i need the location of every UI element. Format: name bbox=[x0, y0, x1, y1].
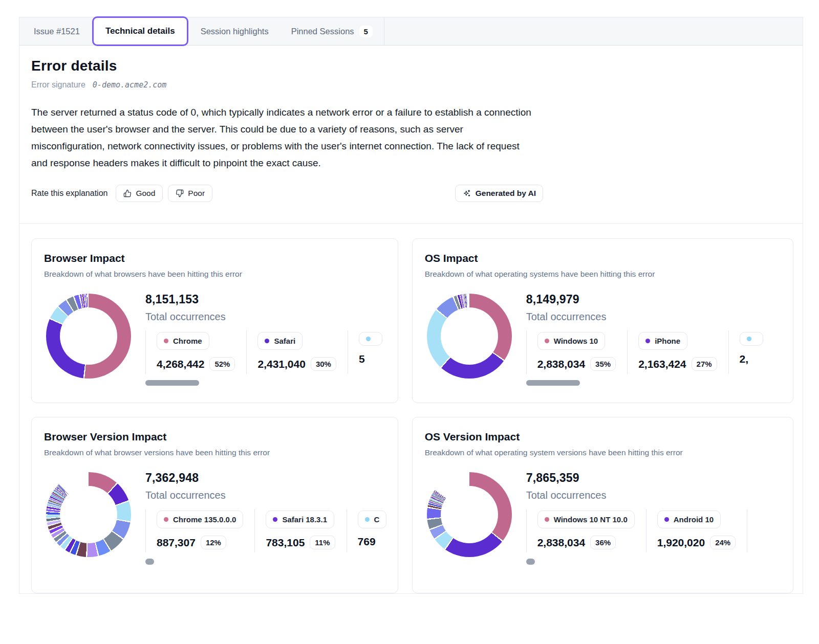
stat-value: 2,163,424 bbox=[638, 358, 686, 370]
card-title: OS Impact bbox=[425, 252, 793, 264]
stat-percentage-badge: 12% bbox=[201, 536, 226, 549]
total-occurrences-value: 7,865,359 bbox=[526, 471, 793, 485]
tab-label: Pinned Sessions bbox=[291, 27, 354, 36]
stat-percentage-badge: 24% bbox=[710, 536, 736, 549]
stat-item: iPhone 2,163,424 27% bbox=[627, 330, 728, 374]
sparkles-icon bbox=[462, 189, 471, 198]
stat-value: 2,838,034 bbox=[537, 358, 585, 370]
legend-chip: Safari 18.3.1 bbox=[266, 510, 334, 528]
browser-version-impact-card: Browser Version Impact Breakdown of what… bbox=[31, 417, 398, 593]
stat-item: 5 bbox=[348, 330, 398, 374]
impact-cards-grid: Browser Impact Breakdown of what browser… bbox=[19, 224, 803, 593]
stat-percentage-badge: 52% bbox=[209, 357, 235, 371]
content-panel: Error details Error signature 0-demo.acm… bbox=[19, 46, 803, 594]
tab-issue[interactable]: Issue #1521 bbox=[23, 17, 91, 45]
error-signature-value: 0-demo.acme2.com bbox=[93, 80, 167, 90]
stat-percentage-badge: 30% bbox=[311, 357, 336, 371]
tab-label: Session highlights bbox=[201, 27, 269, 36]
legend-label: Chrome bbox=[173, 337, 202, 345]
legend-dot-icon bbox=[545, 339, 549, 343]
error-signature-row: Error signature 0-demo.acme2.com bbox=[31, 80, 790, 90]
horizontal-scrollbar-thumb[interactable] bbox=[526, 559, 535, 565]
stat-item: Windows 10 NT 10.0 2,838,034 36% bbox=[526, 509, 646, 552]
stat-percentage-badge: 35% bbox=[590, 357, 616, 371]
legend-chip bbox=[359, 332, 382, 346]
legend-label: Windows 10 bbox=[554, 337, 598, 345]
os-impact-card: OS Impact Breakdown of what operating sy… bbox=[412, 238, 793, 403]
stat-value: 887,307 bbox=[157, 537, 196, 549]
legend-label: Windows 10 NT 10.0 bbox=[554, 515, 628, 524]
legend-chip: Windows 10 bbox=[537, 332, 606, 350]
total-occurrences-value: 8,149,979 bbox=[526, 293, 793, 306]
stats-column: 7,865,359 Total occurrences Windows 10 N… bbox=[526, 471, 793, 565]
stat-percentage-badge: 27% bbox=[692, 357, 717, 371]
legend-dot-icon bbox=[366, 337, 371, 341]
error-explanation-text: The server returned a status code of 0, … bbox=[31, 104, 533, 171]
legend-label: Safari 18.3.1 bbox=[282, 515, 327, 524]
legend-dot-icon bbox=[664, 517, 669, 522]
card-title: OS Version Impact bbox=[425, 431, 793, 443]
tab-pinned-sessions[interactable]: Pinned Sessions 5 bbox=[280, 17, 384, 45]
stats-row: Chrome 135.0.0.0 887,307 12% Safari 18.3… bbox=[145, 509, 398, 552]
card-subtitle: Breakdown of what browser versions have … bbox=[44, 448, 398, 457]
stat-item: C 769 bbox=[347, 509, 398, 552]
card-title: Browser Impact bbox=[44, 252, 398, 264]
stat-item: Android 10 1,920,020 24% bbox=[646, 509, 747, 552]
stat-percentage-badge: 11% bbox=[310, 536, 335, 549]
donut-chart[interactable] bbox=[427, 294, 512, 379]
thumbs-up-icon bbox=[123, 189, 132, 197]
legend-dot-icon bbox=[265, 339, 269, 343]
error-details-section: Error details Error signature 0-demo.acm… bbox=[19, 46, 803, 223]
generated-by-ai-badge: Generated by AI bbox=[455, 185, 543, 202]
legend-dot-icon bbox=[273, 517, 277, 522]
rate-good-button[interactable]: Good bbox=[116, 185, 163, 202]
tab-technical-details[interactable]: Technical details bbox=[92, 16, 188, 46]
horizontal-scrollbar-thumb[interactable] bbox=[526, 380, 580, 386]
card-subtitle: Breakdown of what operating system versi… bbox=[425, 448, 793, 457]
donut-chart[interactable] bbox=[427, 472, 512, 557]
total-occurrences-value: 7,362,948 bbox=[145, 471, 398, 485]
legend-dot-icon bbox=[164, 517, 168, 522]
stats-column: 8,151,153 Total occurrences Chrome 4,268… bbox=[145, 293, 398, 386]
total-occurrences-label: Total occurrences bbox=[145, 490, 398, 501]
donut-chart[interactable] bbox=[46, 472, 131, 557]
tab-session-highlights[interactable]: Session highlights bbox=[189, 17, 280, 45]
horizontal-scrollbar-thumb[interactable] bbox=[145, 559, 154, 565]
legend-chip: Safari bbox=[257, 332, 303, 350]
stat-item: Windows 10 2,838,034 35% bbox=[526, 330, 627, 374]
stat-item bbox=[747, 509, 793, 552]
tab-label: Issue #1521 bbox=[34, 27, 80, 36]
legend-dot-icon bbox=[645, 339, 650, 343]
tab-bar: Issue #1521 Technical details Session hi… bbox=[19, 17, 803, 46]
stats-row: Windows 10 NT 10.0 2,838,034 36% Android… bbox=[526, 509, 793, 552]
stat-value: 783,105 bbox=[266, 537, 305, 549]
stats-column: 7,362,948 Total occurrences Chrome 135.0… bbox=[145, 471, 398, 565]
legend-label: C bbox=[374, 515, 380, 524]
rate-poor-label: Poor bbox=[188, 189, 205, 198]
legend-label: Safari bbox=[274, 337, 295, 345]
stat-item: 2, bbox=[728, 330, 793, 374]
horizontal-scrollbar-thumb[interactable] bbox=[145, 380, 199, 386]
card-title: Browser Version Impact bbox=[44, 431, 398, 443]
stat-percentage-badge: 36% bbox=[590, 536, 616, 549]
stat-value: 769 bbox=[358, 536, 376, 548]
stat-value: 2,838,034 bbox=[537, 537, 585, 549]
rate-poor-button[interactable]: Poor bbox=[168, 185, 212, 202]
pinned-sessions-count-badge: 5 bbox=[359, 26, 373, 37]
donut-chart[interactable] bbox=[46, 294, 131, 379]
legend-label: Chrome 135.0.0.0 bbox=[173, 515, 236, 524]
legend-chip: Windows 10 NT 10.0 bbox=[537, 510, 635, 528]
thumbs-down-icon bbox=[176, 189, 184, 197]
browser-impact-card: Browser Impact Breakdown of what browser… bbox=[31, 238, 398, 403]
stat-value: 2,431,040 bbox=[257, 358, 305, 370]
rate-label: Rate this explanation bbox=[31, 189, 107, 198]
total-occurrences-label: Total occurrences bbox=[526, 311, 793, 323]
total-occurrences-label: Total occurrences bbox=[145, 311, 398, 323]
stat-item: Chrome 4,268,442 52% bbox=[145, 330, 246, 374]
main-container: Issue #1521 Technical details Session hi… bbox=[19, 17, 803, 594]
legend-chip: C bbox=[358, 510, 387, 528]
stat-item: Safari 18.3.1 783,105 11% bbox=[254, 509, 346, 552]
os-version-impact-card: OS Version Impact Breakdown of what oper… bbox=[412, 417, 793, 593]
total-occurrences-label: Total occurrences bbox=[526, 490, 793, 501]
stat-item: Chrome 135.0.0.0 887,307 12% bbox=[145, 509, 254, 552]
